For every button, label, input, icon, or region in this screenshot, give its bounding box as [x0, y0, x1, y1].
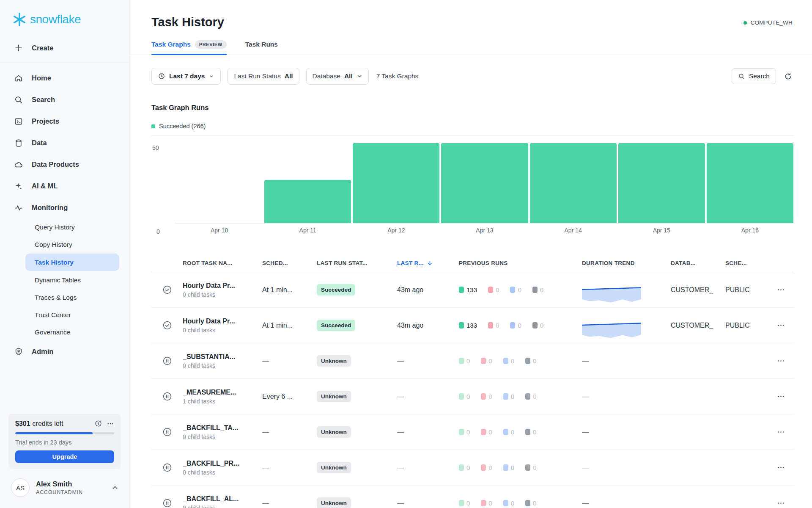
col-previous-runs[interactable]: PREVIOUS RUNS [459, 260, 582, 266]
table-row[interactable]: Hourly Data Pr... 0 child tasks At 1 min… [151, 272, 794, 308]
task-name[interactable]: _BACKFILL_AL... [183, 495, 262, 503]
time-range-value: Last 7 days [169, 72, 205, 80]
col-database[interactable]: DATAB... [671, 260, 725, 266]
time-range-filter[interactable]: Last 7 days [151, 68, 221, 85]
sidebar-item-governance[interactable]: Governance [0, 323, 129, 341]
sidebar-item-query-history[interactable]: Query History [0, 218, 129, 236]
chart-bar [441, 143, 528, 223]
run-chip-count: 0 [488, 393, 492, 400]
run-chip: 0 [525, 500, 536, 507]
row-actions-menu-icon[interactable] [777, 357, 785, 365]
run-chip: 0 [510, 322, 521, 329]
task-name[interactable]: _MEASUREME... [183, 389, 262, 396]
sub-item-label: Trust Center [35, 311, 71, 319]
sidebar-item-traces-logs[interactable]: Traces & Logs [0, 289, 129, 306]
row-actions-menu-icon[interactable] [777, 392, 785, 400]
sub-item-label: Copy History [35, 241, 72, 248]
sidebar-item-label: AI & ML [32, 182, 58, 190]
run-chip: 0 [503, 500, 514, 507]
sidebar-item-monitoring[interactable]: Monitoring [0, 197, 129, 218]
task-name[interactable]: Hourly Data Pr... [183, 318, 262, 325]
run-chip-count: 0 [540, 286, 543, 293]
search-icon [738, 73, 745, 80]
sidebar-item-search[interactable]: Search [0, 89, 129, 110]
sidebar-item-copy-history[interactable]: Copy History [0, 236, 129, 253]
chevron-up-icon[interactable] [111, 484, 119, 491]
table-row[interactable]: _MEASUREME... 1 child tasks Every 6 ... … [151, 379, 794, 414]
table-row[interactable]: _BACKFILL_PR... 0 child tasks — Unknown … [151, 450, 794, 486]
row-actions-menu-icon[interactable] [777, 286, 785, 294]
sidebar-item-task-history[interactable]: Task History [25, 254, 119, 271]
col-duration-trend[interactable]: DURATION TREND [582, 260, 671, 266]
task-name[interactable]: _BACKFILL_TA... [183, 424, 262, 432]
run-chip-count: 0 [518, 286, 521, 293]
run-chip: 0 [459, 500, 470, 507]
run-chip-swatch [481, 429, 486, 435]
search-button[interactable]: Search [732, 68, 776, 84]
table-row[interactable]: _BACKFILL_TA... 0 child tasks — Unknown … [151, 414, 794, 450]
info-icon[interactable] [94, 420, 102, 428]
last-run-status-filter[interactable]: Last Run Status All [228, 68, 299, 85]
create-button[interactable]: Create [0, 38, 129, 58]
sidebar-item-data[interactable]: Data [0, 132, 129, 154]
chart-section-title: Task Graph Runs [151, 104, 812, 112]
row-actions-menu-icon[interactable] [777, 464, 785, 472]
col-root-task-name[interactable]: ROOT TASK NA... [183, 260, 262, 266]
sidebar-item-data-products[interactable]: Data Products [0, 154, 129, 175]
run-chip-swatch [503, 464, 508, 471]
sidebar-item-projects[interactable]: Projects [0, 110, 129, 132]
chart-bar [264, 180, 351, 223]
row-actions-menu-icon[interactable] [777, 321, 785, 329]
child-task-count: 1 child tasks [183, 398, 262, 405]
tab-task-runs[interactable]: Task Runs [245, 40, 278, 55]
credits-menu-icon[interactable] [107, 420, 114, 428]
last-run-value: — [397, 357, 459, 365]
run-chip: 0 [525, 393, 536, 400]
sidebar-item-ai-ml[interactable]: AI & ML [0, 175, 129, 197]
duration-trend-empty: — [582, 428, 589, 436]
sidebar-item-label: Data Products [32, 160, 79, 168]
table-row[interactable]: _SUBSTANTIA... 0 child tasks — Unknown —… [151, 343, 794, 379]
snowflake-logo[interactable]: snowflake [0, 0, 129, 27]
run-chip: 0 [459, 357, 470, 364]
run-chip-count: 0 [488, 464, 492, 471]
database-filter[interactable]: Database All [306, 68, 369, 85]
run-chip-swatch [459, 287, 464, 293]
sidebar-item-home[interactable]: Home [0, 67, 129, 89]
create-label: Create [32, 44, 53, 52]
col-last-run-status[interactable]: LAST RUN STAT... [317, 260, 397, 266]
col-schedule[interactable]: SCHED... [262, 260, 317, 266]
tab-task-graphs[interactable]: Task Graphs PREVIEW [151, 40, 227, 55]
col-last-run-sorted[interactable]: LAST R... [397, 260, 459, 266]
user-menu[interactable]: AS Alex Smith ACCOUNTADMIN [11, 478, 119, 497]
avatar: AS [11, 478, 30, 497]
task-name[interactable]: _SUBSTANTIA... [183, 353, 262, 361]
run-chip: 0 [510, 286, 521, 293]
run-chip: 0 [503, 428, 514, 436]
pause-circle-icon [162, 356, 173, 366]
app-window: snowflake Create Home Search Projects [0, 0, 812, 508]
sidebar-item-trust-center[interactable]: Trust Center [0, 306, 129, 323]
col-schema[interactable]: SCHE... [725, 260, 768, 266]
status-badge: Unknown [317, 462, 351, 473]
run-chip-count: 133 [466, 286, 477, 293]
warehouse-selector[interactable]: COMPUTE_WH [743, 19, 793, 26]
status-badge: Unknown [317, 391, 351, 402]
task-name[interactable]: _BACKFILL_PR... [183, 460, 262, 467]
sidebar-item-dynamic-tables[interactable]: Dynamic Tables [0, 271, 129, 289]
projects-console-icon [14, 117, 23, 126]
row-actions-menu-icon[interactable] [777, 499, 785, 507]
sidebar-item-admin[interactable]: Admin [0, 341, 129, 362]
task-name[interactable]: Hourly Data Pr... [183, 282, 262, 290]
upgrade-button[interactable]: Upgrade [15, 450, 114, 463]
row-actions-menu-icon[interactable] [777, 428, 785, 436]
pause-circle-icon [162, 391, 173, 402]
table-row[interactable]: Hourly Data Pr... 0 child tasks At 1 min… [151, 308, 794, 343]
sub-item-label: Query History [35, 224, 75, 231]
schedule-value: At 1 min... [262, 322, 317, 329]
refresh-icon[interactable] [782, 70, 794, 83]
run-chip-swatch [481, 500, 486, 506]
sub-item-label: Task History [35, 259, 74, 266]
run-chip-count: 0 [488, 428, 492, 436]
table-row[interactable]: _BACKFILL_AL... 0 child tasks — Unknown … [151, 486, 794, 508]
